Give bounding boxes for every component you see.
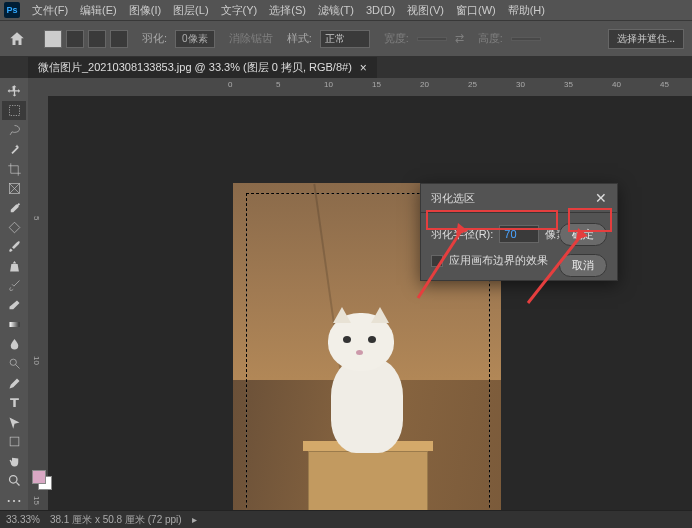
eyedropper-tool-icon[interactable] <box>2 199 26 217</box>
dialog-close-icon[interactable]: ✕ <box>595 190 607 206</box>
height-value <box>511 37 541 41</box>
home-icon[interactable] <box>8 30 26 48</box>
menu-file[interactable]: 文件(F) <box>26 3 74 18</box>
brush-tool-icon[interactable] <box>2 238 26 256</box>
selection-intersect-icon[interactable] <box>110 30 128 48</box>
eraser-tool-icon[interactable] <box>2 296 26 314</box>
style-label: 样式: <box>281 31 312 46</box>
svg-rect-5 <box>10 437 19 446</box>
select-and-mask-button[interactable]: 选择并遮住... <box>608 29 684 49</box>
foreground-color-swatch[interactable] <box>32 470 46 484</box>
type-tool-icon[interactable] <box>2 394 26 412</box>
selection-mode-group <box>44 30 128 48</box>
vertical-ruler[interactable]: 5 10 15 <box>28 96 48 510</box>
move-tool-icon[interactable] <box>2 82 26 100</box>
ruler-corner <box>28 78 48 96</box>
horizontal-ruler[interactable]: 0 5 10 15 20 25 30 35 40 45 <box>48 78 692 96</box>
menu-window[interactable]: 窗口(W) <box>450 3 502 18</box>
svg-rect-3 <box>9 322 19 327</box>
svg-rect-2 <box>9 222 20 233</box>
document-dimensions[interactable]: 38.1 厘米 x 50.8 厘米 (72 ppi) <box>50 513 182 527</box>
blur-tool-icon[interactable] <box>2 335 26 353</box>
width-value <box>417 37 447 41</box>
radius-input[interactable] <box>499 225 539 243</box>
dialog-title: 羽化选区 <box>431 191 475 206</box>
height-label: 高度: <box>472 31 503 46</box>
more-tools-icon[interactable]: ⋯ <box>2 491 26 510</box>
frame-tool-icon[interactable] <box>2 179 26 197</box>
svg-point-4 <box>10 359 16 365</box>
status-chevron-icon[interactable]: ▸ <box>192 514 197 525</box>
history-brush-tool-icon[interactable] <box>2 277 26 295</box>
menu-help[interactable]: 帮助(H) <box>502 3 551 18</box>
crop-tool-icon[interactable] <box>2 160 26 178</box>
menu-select[interactable]: 选择(S) <box>263 3 312 18</box>
status-bar: 33.33% 38.1 厘米 x 50.8 厘米 (72 ppi) ▸ <box>0 510 692 528</box>
dodge-tool-icon[interactable] <box>2 355 26 373</box>
menu-view[interactable]: 视图(V) <box>401 3 450 18</box>
hand-tool-icon[interactable] <box>2 452 26 470</box>
menu-layer[interactable]: 图层(L) <box>167 3 214 18</box>
pen-tool-icon[interactable] <box>2 374 26 392</box>
width-label: 宽度: <box>378 31 409 46</box>
canvas-effect-label: 应用画布边界的效果 <box>449 253 548 268</box>
selection-add-icon[interactable] <box>66 30 84 48</box>
menu-image[interactable]: 图像(I) <box>123 3 167 18</box>
options-bar: 羽化: 0像素 消除锯齿 样式: 正常 宽度: ⇄ 高度: 选择并遮住... <box>0 20 692 56</box>
ok-button[interactable]: 确定 <box>559 223 607 246</box>
path-tool-icon[interactable] <box>2 413 26 431</box>
canvas-effect-checkbox[interactable] <box>431 255 443 267</box>
zoom-level[interactable]: 33.33% <box>6 514 40 525</box>
main-menu-bar: Ps 文件(F) 编辑(E) 图像(I) 图层(L) 文字(Y) 选择(S) 滤… <box>0 0 692 20</box>
menu-edit[interactable]: 编辑(E) <box>74 3 123 18</box>
document-tabs: 微信图片_20210308133853.jpg @ 33.3% (图层 0 拷贝… <box>0 56 692 78</box>
selection-subtract-icon[interactable] <box>88 30 106 48</box>
magic-wand-tool-icon[interactable] <box>2 140 26 158</box>
document-tab[interactable]: 微信图片_20210308133853.jpg @ 33.3% (图层 0 拷贝… <box>28 57 377 78</box>
selection-new-icon[interactable] <box>44 30 62 48</box>
swap-icon: ⇄ <box>455 32 464 45</box>
feather-dialog: 羽化选区 ✕ 羽化半径(R): 像素 应用画布边界的效果 确定 取消 <box>420 183 618 281</box>
menu-3d[interactable]: 3D(D) <box>360 4 401 16</box>
lasso-tool-icon[interactable] <box>2 121 26 139</box>
marquee-tool-icon[interactable] <box>2 101 26 119</box>
feather-value[interactable]: 0像素 <box>175 30 215 48</box>
radius-label: 羽化半径(R): <box>431 227 493 242</box>
cancel-button[interactable]: 取消 <box>559 254 607 277</box>
close-icon[interactable]: × <box>360 61 367 75</box>
color-swatches[interactable] <box>32 470 52 490</box>
svg-rect-0 <box>9 106 19 116</box>
toolbox: ⋯ <box>0 78 28 510</box>
document-tab-title: 微信图片_20210308133853.jpg @ 33.3% (图层 0 拷贝… <box>38 60 352 75</box>
spot-heal-tool-icon[interactable] <box>2 218 26 236</box>
shape-tool-icon[interactable] <box>2 432 26 450</box>
style-select[interactable]: 正常 <box>320 30 370 48</box>
antialias-label: 消除锯齿 <box>223 31 273 46</box>
menu-type[interactable]: 文字(Y) <box>215 3 264 18</box>
zoom-tool-icon[interactable] <box>2 471 26 489</box>
svg-point-6 <box>9 476 17 484</box>
app-logo: Ps <box>4 2 20 18</box>
gradient-tool-icon[interactable] <box>2 316 26 334</box>
canvas-area: 0 5 10 15 20 25 30 35 40 45 5 10 15 <box>28 78 692 510</box>
clone-tool-icon[interactable] <box>2 257 26 275</box>
menu-filter[interactable]: 滤镜(T) <box>312 3 360 18</box>
feather-label: 羽化: <box>136 31 167 46</box>
